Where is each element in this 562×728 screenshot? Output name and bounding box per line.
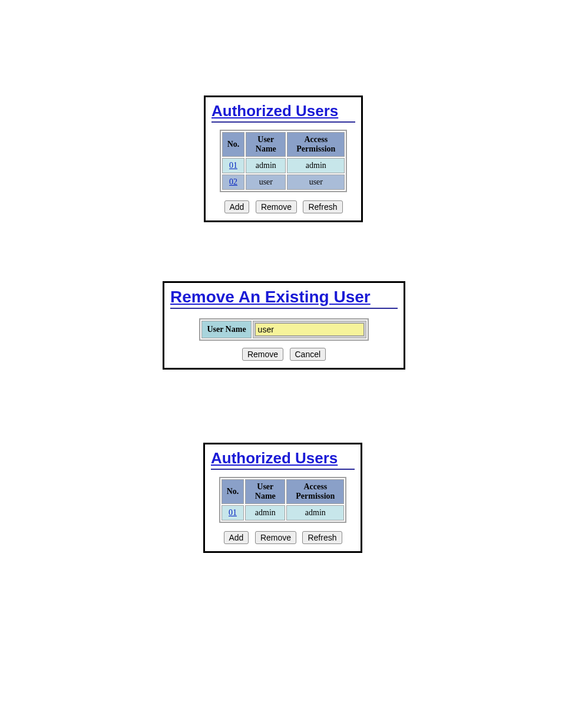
- col-access-permission: Access Permission: [286, 479, 344, 504]
- remove-user-panel: Remove An Existing User User Name Remove…: [163, 281, 405, 370]
- remove-button[interactable]: Remove: [255, 531, 296, 544]
- user-name-field-cell: [253, 321, 366, 338]
- refresh-button[interactable]: Refresh: [303, 200, 342, 213]
- cell-access-permission: admin: [286, 505, 344, 521]
- authorized-users-panel: Authorized Users No. User Name Access Pe…: [203, 443, 362, 553]
- users-table: No. User Name Access Permission 01 admin…: [220, 130, 348, 192]
- panel-title: Authorized Users: [211, 102, 355, 120]
- col-no: No.: [222, 479, 244, 504]
- user-no-link[interactable]: 01: [229, 508, 237, 517]
- cell-user-name: admin: [245, 505, 285, 521]
- cell-user-name: admin: [246, 158, 286, 173]
- button-row: Add Remove Refresh: [211, 531, 355, 544]
- users-table: No. User Name Access Permission 01 admin…: [219, 477, 347, 523]
- user-name-input[interactable]: [255, 323, 364, 336]
- button-row: Add Remove Refresh: [211, 200, 355, 213]
- remove-button[interactable]: Remove: [256, 200, 297, 213]
- user-name-label: User Name: [201, 321, 251, 338]
- col-user-name: User Name: [246, 132, 286, 157]
- cell-access-permission: admin: [287, 158, 345, 173]
- divider: [170, 308, 398, 309]
- authorized-users-panel: Authorized Users No. User Name Access Pe…: [204, 95, 363, 222]
- user-no-link[interactable]: 01: [229, 161, 237, 170]
- table-header-row: No. User Name Access Permission: [222, 132, 345, 157]
- add-button[interactable]: Add: [224, 200, 250, 213]
- col-no: No.: [222, 132, 245, 157]
- cell-access-permission: user: [287, 174, 345, 190]
- table-row: 01 admin admin: [222, 505, 345, 521]
- divider: [211, 469, 355, 470]
- col-user-name: User Name: [245, 479, 285, 504]
- cell-user-name: user: [246, 174, 286, 190]
- refresh-button[interactable]: Refresh: [302, 531, 342, 544]
- remove-user-form: User Name: [199, 318, 368, 341]
- user-no-link[interactable]: 02: [229, 177, 237, 186]
- table-header-row: No. User Name Access Permission: [222, 479, 345, 504]
- button-row: Remove Cancel: [170, 348, 398, 361]
- cancel-button[interactable]: Cancel: [290, 348, 326, 361]
- panel-title: Remove An Existing User: [170, 288, 398, 307]
- add-button[interactable]: Add: [224, 531, 249, 544]
- remove-button[interactable]: Remove: [242, 348, 283, 361]
- col-access-permission: Access Permission: [287, 132, 345, 157]
- table-row: 01 admin admin: [222, 158, 345, 173]
- table-row: 02 user user: [222, 174, 345, 190]
- panel-title: Authorized Users: [211, 449, 355, 467]
- divider: [211, 121, 355, 123]
